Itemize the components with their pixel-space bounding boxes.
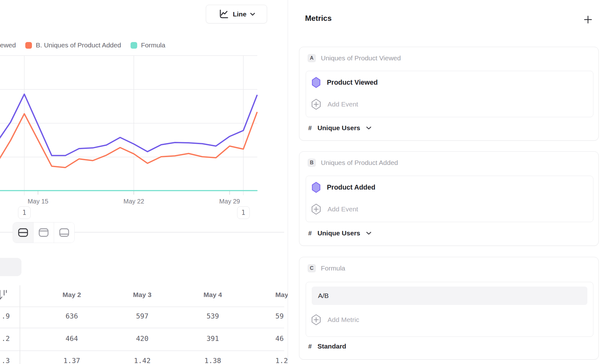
- legend-item[interactable]: ewed: [0, 41, 16, 49]
- view-toggle-split-button[interactable]: [13, 222, 34, 243]
- add-event-row[interactable]: Add Event: [311, 203, 358, 215]
- aggregation-selector[interactable]: # Unique Users: [308, 124, 371, 132]
- view-toggle-chart-button[interactable]: [34, 222, 54, 243]
- event-row[interactable]: Product Viewed: [312, 77, 378, 88]
- hexagon-icon: [312, 182, 321, 193]
- table-only-view-icon: [58, 227, 70, 239]
- metric-card-header: B Uniques of Product Added: [308, 159, 398, 167]
- chart-series-B: [0, 112, 257, 167]
- metric-card-c: C Formula A/B Add Metric # Stan: [299, 257, 599, 360]
- metrics-panel-title: Metrics: [305, 14, 332, 23]
- metric-card-title: Formula: [321, 264, 345, 272]
- hexagon-plus-icon: [311, 98, 321, 110]
- hash-icon: #: [308, 124, 312, 132]
- hexagon-plus-icon: [311, 314, 321, 326]
- aggregation-label: Unique Users: [317, 229, 360, 237]
- annotation-badge[interactable]: 1: [237, 206, 250, 219]
- metric-letter-badge: C: [308, 264, 316, 272]
- table-border: [0, 306, 284, 307]
- table-cell: .9: [0, 312, 10, 320]
- hexagon-icon: [312, 77, 321, 88]
- chevron-down-icon: [366, 232, 371, 235]
- add-metric-row[interactable]: Add Metric: [311, 314, 359, 326]
- table-cell: 539: [206, 312, 219, 320]
- legend-item[interactable]: B. Uniques of Product Added: [25, 41, 121, 49]
- table-cell: .2: [0, 335, 10, 343]
- column-header[interactable]: May 2: [63, 291, 81, 299]
- table-cell: 391: [206, 335, 219, 343]
- table-cell: 1.2: [275, 357, 288, 364]
- metric-card-title: Uniques of Product Added: [321, 159, 398, 167]
- plus-icon: [584, 15, 592, 24]
- table-border: [0, 350, 284, 351]
- table-column-divider: [20, 285, 20, 364]
- legend-label: Formula: [141, 41, 165, 49]
- table-cell: 464: [65, 335, 78, 343]
- chart-panel: Line ewedB. Uniques of Product AddedForm…: [0, 0, 288, 364]
- table-cell: 1.38: [205, 357, 221, 364]
- hash-icon: #: [308, 230, 312, 237]
- chart-legend: ewedB. Uniques of Product AddedFormula: [0, 41, 165, 50]
- table-border: [0, 328, 284, 328]
- event-row[interactable]: Product Added: [312, 182, 375, 193]
- x-axis-label: May 29: [219, 198, 240, 205]
- chart-gridlines: [0, 56, 257, 195]
- view-toggle: [13, 222, 75, 243]
- metric-card-b: B Uniques of Product Added Product Added: [299, 151, 599, 246]
- table-cell: 597: [136, 312, 149, 320]
- chevron-down-icon: [366, 126, 371, 130]
- aggregation-label: Unique Users: [317, 124, 360, 132]
- event-list-card: Product Viewed Add Event: [306, 71, 593, 117]
- split-view-icon: [17, 227, 29, 239]
- add-metric-label: Add Metric: [328, 316, 359, 324]
- metric-card-header: A Uniques of Product Viewed: [308, 54, 401, 62]
- table-cell: 1.37: [64, 357, 80, 364]
- hexagon-plus-icon: [311, 203, 321, 215]
- legend-label: ewed: [0, 41, 16, 49]
- chevron-down-icon: [250, 13, 255, 16]
- add-event-row[interactable]: Add Event: [311, 98, 358, 110]
- legend-swatch: [25, 42, 32, 49]
- chart-series-A: [0, 94, 257, 155]
- chart-type-button[interactable]: Line: [206, 5, 267, 23]
- aggregation-selector[interactable]: # Standard: [308, 343, 346, 350]
- table-cell: 420: [136, 335, 149, 343]
- view-toggle-table-button[interactable]: [54, 222, 74, 243]
- event-name: Product Added: [327, 184, 375, 191]
- chart-type-label: Line: [233, 10, 246, 18]
- column-header[interactable]: May: [275, 291, 288, 299]
- aggregation-label: Standard: [317, 343, 346, 350]
- table-corner-chip: [0, 258, 21, 276]
- add-event-label: Add Event: [328, 205, 358, 213]
- sort-descending-icon[interactable]: [0, 288, 9, 303]
- aggregation-selector[interactable]: # Unique Users: [308, 229, 371, 237]
- x-axis-label: May 15: [28, 198, 48, 205]
- annotation-badge[interactable]: 1: [18, 206, 31, 219]
- legend-swatch: [131, 42, 137, 49]
- table-cell: 1.42: [134, 357, 151, 364]
- column-header[interactable]: May 3: [133, 291, 151, 299]
- chart-only-view-icon: [38, 227, 50, 239]
- table-cell: 59: [275, 312, 284, 320]
- formula-input[interactable]: A/B: [312, 287, 587, 305]
- formula-value: A/B: [318, 292, 329, 300]
- x-axis-label: May 22: [124, 198, 144, 205]
- legend-item[interactable]: Formula: [131, 41, 165, 49]
- metrics-panel: Metrics A Uniques of Product Viewed Prod…: [288, 0, 600, 364]
- metric-card-a: A Uniques of Product Viewed Product View…: [299, 47, 599, 141]
- table-cell: .3: [0, 357, 10, 364]
- column-header[interactable]: May 4: [204, 291, 222, 299]
- metric-letter-badge: A: [308, 54, 316, 62]
- insights-report: Line ewedB. Uniques of Product AddedForm…: [0, 0, 600, 364]
- metric-card-header: C Formula: [308, 264, 345, 272]
- table-cell: 46: [275, 335, 284, 343]
- event-name: Product Viewed: [327, 79, 378, 87]
- metric-letter-badge: B: [308, 159, 316, 167]
- metric-card-title: Uniques of Product Viewed: [321, 54, 401, 62]
- line-chart-icon: [218, 9, 229, 20]
- formula-card: A/B Add Metric: [306, 282, 593, 337]
- legend-label: B. Uniques of Product Added: [36, 41, 121, 49]
- table-cell: 636: [65, 312, 78, 320]
- add-metric-plus-button[interactable]: [583, 15, 593, 25]
- add-event-label: Add Event: [328, 100, 358, 108]
